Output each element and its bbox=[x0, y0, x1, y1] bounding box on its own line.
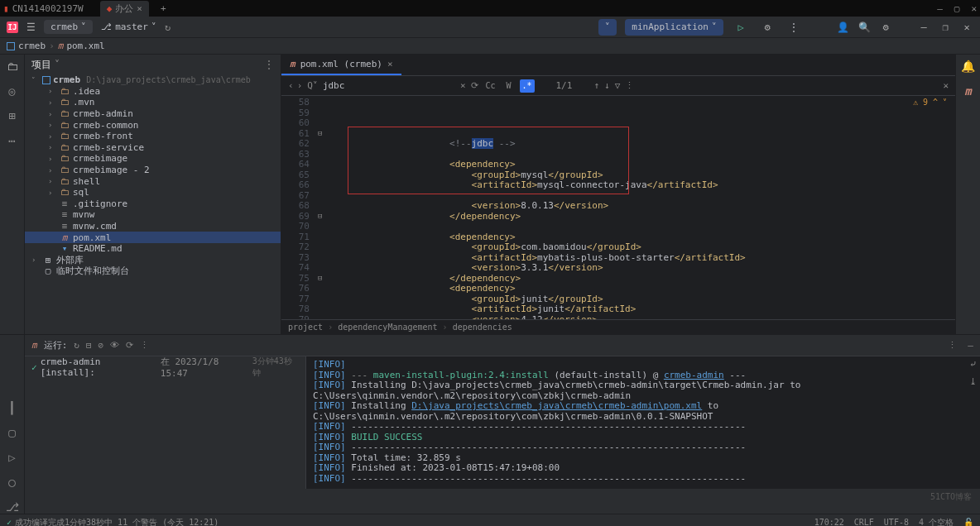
tree-item[interactable]: ›🗀sql bbox=[25, 187, 281, 198]
stop-icon[interactable]: ⊟ bbox=[86, 340, 92, 351]
xml-icon: m bbox=[290, 59, 295, 69]
signal-icon: ▮ bbox=[3, 3, 9, 14]
find-bar: ‹ › Q˅ jdbc × ⟳ CcW.* 1/1 ↑ ↓ ▽ ⋮ ✕ bbox=[281, 76, 955, 96]
tree-item[interactable]: ›⊞外部库 bbox=[25, 255, 281, 266]
editor-tab[interactable]: m pom.xml (crmeb) × bbox=[281, 55, 401, 75]
debug-button[interactable]: ⚙ bbox=[758, 19, 776, 36]
find-option[interactable]: W bbox=[502, 79, 516, 93]
find-option[interactable]: Cc bbox=[483, 79, 498, 93]
cursor-position[interactable]: 170:22 bbox=[814, 518, 844, 526]
window-id: CN1414002197W bbox=[12, 3, 84, 14]
tree-item[interactable]: ›🗀.mvn bbox=[25, 97, 281, 108]
tree-item[interactable]: ›🗀crmebimage - 2 bbox=[25, 165, 281, 176]
ide-min-button[interactable]: — bbox=[917, 22, 930, 33]
panel-menu[interactable]: ⋮ — bbox=[948, 340, 973, 351]
project-panel-menu[interactable]: ⋮ bbox=[264, 59, 274, 70]
crumb[interactable]: dependencies bbox=[453, 323, 512, 332]
clear-find-icon[interactable]: × bbox=[460, 80, 466, 91]
git-branch-selector[interactable]: ⎇ master ˅ bbox=[101, 22, 156, 32]
intellij-logo-icon[interactable]: IJ bbox=[7, 22, 18, 33]
rerun-icon[interactable]: ↻ bbox=[74, 340, 79, 351]
run-tool-panel: ┃ ▢ ▷ ◯ ⎇ m 运行: ↻ ⊟ ⊘ 👁 ⟳ ⋮ ⋮ — ✓ crmeb-… bbox=[0, 334, 980, 514]
line-separator[interactable]: CRLF bbox=[854, 518, 874, 526]
browser-tab[interactable]: ◆ 办公 × bbox=[100, 1, 149, 17]
crumb[interactable]: dependencyManagement bbox=[338, 323, 437, 332]
window-max-button[interactable]: ▢ bbox=[954, 3, 960, 14]
structure-tool-button[interactable]: ⊞ bbox=[6, 109, 19, 122]
todo-tool-button[interactable]: ▢ bbox=[8, 426, 15, 439]
find-count: 1/1 bbox=[556, 80, 573, 91]
more-tool-button[interactable]: ⋯ bbox=[6, 134, 19, 147]
maven-tool-button[interactable]: m bbox=[964, 84, 971, 98]
settings-icon[interactable]: ⚙ bbox=[879, 22, 892, 33]
terminal-tool-button[interactable]: ┃ bbox=[8, 401, 15, 414]
run-button[interactable]: ▷ bbox=[732, 19, 750, 36]
chevron-down-icon[interactable]: ˅ bbox=[55, 59, 60, 70]
tree-item[interactable]: ▾README.md bbox=[25, 243, 281, 255]
pin-icon[interactable]: ⟳ bbox=[126, 340, 133, 351]
tree-item[interactable]: ≡mvnw.cmd bbox=[25, 221, 281, 232]
close-tab-icon[interactable]: × bbox=[387, 59, 393, 69]
tree-item[interactable]: mpom.xml bbox=[25, 232, 281, 243]
window-close-button[interactable]: ✕ bbox=[971, 3, 977, 14]
tab-close-icon[interactable]: × bbox=[137, 3, 142, 14]
notifications-icon[interactable]: 🔔 bbox=[961, 60, 975, 73]
tree-item[interactable]: ≡mvnw bbox=[25, 209, 281, 221]
new-tab-button[interactable]: + bbox=[161, 3, 166, 14]
readonly-icon[interactable]: 🔓 bbox=[963, 518, 973, 526]
ban-icon[interactable]: ⊘ bbox=[98, 340, 104, 351]
user-icon[interactable]: 👤 bbox=[836, 22, 849, 33]
tree-item[interactable]: ›🗀crmeb-admin bbox=[25, 108, 281, 120]
tree-root[interactable]: ˅crmebD:\java_projects\crmeb_java\crmeb bbox=[25, 74, 281, 86]
tree-item[interactable]: ▢临时文件和控制台 bbox=[25, 265, 281, 277]
project-tree-panel: 项目 ˅ ⋮ ˅crmebD:\java_projects\crmeb_java… bbox=[25, 55, 281, 334]
tree-item[interactable]: ›🗀crmebimage bbox=[25, 153, 281, 165]
run-config-selector[interactable]: minApplication ˅ bbox=[625, 19, 723, 36]
ide-max-button[interactable]: ❐ bbox=[939, 22, 952, 33]
commit-tool-button[interactable]: ◎ bbox=[6, 84, 19, 98]
find-option[interactable]: .* bbox=[520, 79, 535, 93]
find-next-level[interactable]: › bbox=[297, 80, 303, 91]
ide-close-button[interactable]: ✕ bbox=[960, 22, 973, 33]
close-find-button[interactable]: ✕ bbox=[943, 80, 949, 91]
main-menu-button[interactable]: ☰ bbox=[26, 22, 36, 33]
project-tool-button[interactable]: 🗀 bbox=[7, 60, 18, 73]
window-min-button[interactable]: — bbox=[937, 3, 943, 14]
run-task-row[interactable]: ✓ crmeb-admin [install]: 在 2023/1/8 15:4… bbox=[31, 360, 299, 375]
find-next-button[interactable]: ↓ bbox=[604, 80, 610, 91]
find-menu[interactable]: ⋮ bbox=[625, 80, 634, 91]
find-prev-level[interactable]: ‹ bbox=[288, 80, 294, 91]
tree-item[interactable]: ›🗀crmeb-common bbox=[25, 119, 281, 131]
encoding[interactable]: UTF-8 bbox=[884, 518, 909, 526]
run-config-extra[interactable]: ˅ bbox=[598, 19, 617, 36]
console-output[interactable]: ⤶ ⤓ [INFO][INFO] --- maven-install-plugi… bbox=[306, 356, 980, 489]
branch-icon: ⎇ bbox=[101, 22, 112, 32]
scroll-end-icon[interactable]: ⤓ bbox=[969, 377, 977, 388]
git-tool-button[interactable]: ⎇ bbox=[6, 500, 19, 514]
tree-item[interactable]: ›🗀shell bbox=[25, 175, 281, 187]
tree-item[interactable]: ›🗀crmeb-front bbox=[25, 131, 281, 142]
code-editor[interactable]: ⚠ 9 ^ ˅ 58596061626364656667686970717273… bbox=[281, 96, 955, 319]
more-run-button[interactable]: ⋮ bbox=[785, 19, 803, 36]
filter-icon[interactable]: ▽ bbox=[615, 80, 621, 91]
tree-item[interactable]: ›🗀crmeb-service bbox=[25, 142, 281, 154]
os-title-bar: ▮ CN1414002197W ◆ 办公 × + — ▢ ✕ bbox=[0, 0, 980, 17]
tree-item[interactable]: ›🗀.idea bbox=[25, 86, 281, 98]
update-icon[interactable]: ↻ bbox=[165, 22, 171, 33]
module-icon bbox=[7, 42, 15, 50]
project-panel-title: 项目 bbox=[31, 58, 51, 72]
project-selector[interactable]: crmeb ˅ bbox=[44, 20, 93, 34]
more-icon[interactable]: ⋮ bbox=[140, 340, 149, 351]
xml-icon: m bbox=[58, 41, 64, 51]
find-input[interactable]: jdbc bbox=[323, 80, 455, 91]
run-tool-button[interactable]: ▷ bbox=[8, 451, 15, 464]
find-history-icon[interactable]: ⟳ bbox=[471, 80, 478, 91]
soft-wrap-icon[interactable]: ⤶ bbox=[969, 360, 977, 371]
debug-tool-button[interactable]: ◯ bbox=[8, 476, 15, 489]
view-icon[interactable]: 👁 bbox=[110, 340, 119, 351]
crumb[interactable]: project bbox=[288, 323, 323, 332]
indent-setting[interactable]: 4 个空格 bbox=[919, 517, 954, 527]
search-icon[interactable]: 🔍 bbox=[858, 22, 871, 33]
find-prev-button[interactable]: ↑ bbox=[593, 80, 599, 91]
tree-item[interactable]: ≡.gitignore bbox=[25, 198, 281, 210]
